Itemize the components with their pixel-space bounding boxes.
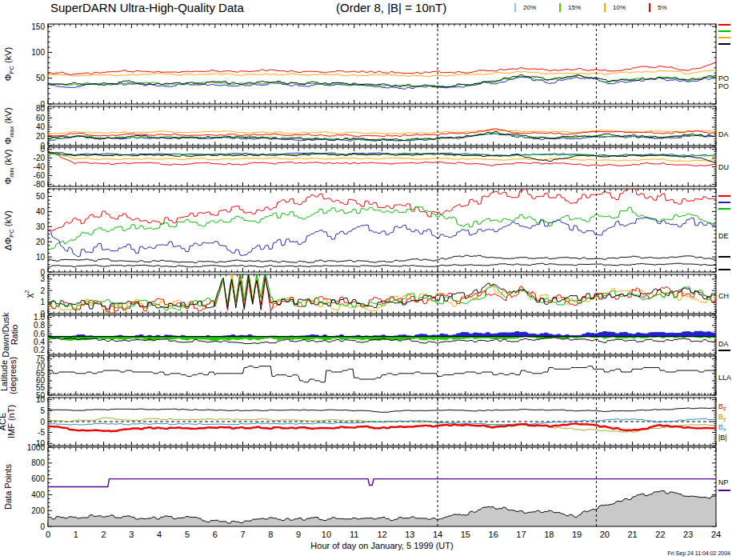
series-imf-btot — [48, 408, 716, 413]
y-tick-label: -40 — [34, 162, 46, 171]
series-err-5pct — [48, 187, 716, 231]
y-tick-label: 100 — [31, 48, 45, 57]
y-tick-label: 0.4 — [34, 338, 45, 346]
x-tick-label: 5 — [185, 530, 190, 539]
x-tick-label: 3 — [129, 530, 134, 539]
y-tick-label: 3 — [40, 274, 45, 283]
x-tick-label: 24 — [711, 530, 721, 539]
x-tick-label: 17 — [516, 530, 526, 539]
y-tick-label: 40 — [36, 207, 46, 216]
x-tick-label: 8 — [268, 530, 273, 539]
y-tick-label: 20 — [36, 238, 46, 246]
right-label-chi-squared: CH — [718, 292, 729, 300]
x-tick-label: 4 — [157, 530, 162, 539]
series-imf-by — [48, 418, 716, 432]
superdarn-screen: SuperDARN Ultra-High-Quality Data (Order… — [0, 0, 732, 560]
y-axis-title: Φmin​ (kV) — [3, 149, 15, 184]
y-axis-title: Ratio — [10, 325, 19, 346]
y-tick-label: 20 — [36, 132, 46, 141]
y-tick-label: 0 — [40, 418, 45, 426]
right-label-dawn-dusk-ratio: DA — [718, 340, 729, 348]
panel-ace-imf: -10-50510ACEIMF (nT) — [0, 395, 716, 448]
x-tick-label: 10 — [322, 530, 331, 539]
right-key-dash — [718, 350, 730, 351]
right-key-dash — [718, 195, 730, 197]
panel-dawn-dusk-ratio: 0.20.40.60.81.0Dawn/DuskRatio — [1, 312, 717, 358]
right-key-dash — [718, 269, 730, 270]
y-axis-title: (degrees) — [8, 357, 18, 394]
series-err-15pct — [48, 207, 716, 250]
series-dawn-fill — [48, 331, 716, 337]
panel-ticks — [48, 274, 716, 314]
y-axis-title: Data Points — [3, 464, 13, 510]
y-tick-label: 600 — [31, 474, 45, 483]
panel-ticks — [48, 147, 716, 186]
right-key-dash — [718, 202, 730, 203]
y-tick-label: 50 — [36, 74, 46, 82]
y-tick-label: 0.8 — [34, 321, 45, 330]
series-lat-step — [48, 366, 716, 382]
right-key-dash — [718, 256, 730, 258]
x-tick-label: 6 — [213, 530, 218, 539]
y-tick-label: 80 — [36, 104, 46, 113]
series-npts-max-step — [48, 479, 716, 487]
y-tick-label: 30 — [36, 222, 46, 231]
y-axis-title: Φmax​ (kV) — [3, 107, 15, 144]
x-tick-label: 1 — [74, 530, 78, 539]
y-tick-label: 1 — [40, 298, 45, 306]
right-label-data-points: NP — [718, 478, 729, 486]
y-axis-title: ΔΦPC​ (kV) — [3, 210, 15, 250]
y-tick-label: 60 — [36, 114, 46, 122]
series-err-upper — [48, 255, 716, 262]
right-label-delta-phi-pc: DE — [718, 232, 729, 240]
y-tick-label: 2 — [40, 286, 45, 295]
x-tick-label: 18 — [544, 530, 554, 539]
x-tick-label: 12 — [377, 530, 386, 539]
panel-chi-squared: 0123χ2​ — [23, 270, 716, 318]
x-tick-label: 20 — [600, 530, 610, 539]
y-axis-title: IMF (nT) — [6, 405, 16, 438]
y-tick-label: 40 — [36, 122, 46, 131]
y-tick-label: 75 — [36, 354, 46, 363]
x-tick-label: 22 — [655, 530, 665, 539]
series-pot-best — [48, 75, 716, 87]
y-tick-label: 1000 — [27, 443, 46, 452]
series-npts-area — [48, 490, 716, 526]
y-tick-label: 150 — [31, 22, 45, 31]
right-label-phi-max: DA — [718, 130, 729, 138]
panel-border — [48, 24, 716, 104]
y-tick-label: -20 — [34, 154, 46, 162]
x-tick-label: 11 — [350, 530, 358, 539]
panel-border — [48, 274, 716, 314]
right-key-dash — [718, 37, 730, 38]
y-tick-label: -60 — [34, 171, 46, 180]
plot-timestamp: Fri Sep 24 11:04:02 2004 — [668, 550, 730, 556]
x-tick-label: 16 — [489, 530, 498, 539]
panel-ticks — [48, 24, 716, 104]
y-axis-title: ΦPC​ (kV) — [3, 47, 15, 81]
right-label-pc-potential: POPO — [718, 74, 729, 90]
right-key-dash — [718, 30, 730, 32]
x-tick-label: 23 — [683, 530, 693, 539]
y-tick-label: -80 — [34, 180, 46, 189]
y-tick-label: -5 — [38, 428, 45, 437]
y-tick-label: 1.0 — [34, 313, 45, 322]
right-label-latitude: LLA — [718, 374, 731, 382]
panel-latitude: 505560657075Latitude(degrees) — [0, 354, 716, 399]
x-axis-label: Hour of day on January, 5 1999 (UT) — [48, 541, 716, 550]
y-tick-label: 800 — [31, 458, 45, 467]
x-tick-label: 19 — [572, 530, 582, 539]
multipanel-plot: 050100150ΦPC​ (kV)020406080Φmax​ (kV)0-2… — [0, 0, 732, 560]
y-tick-label: 0 — [40, 522, 45, 531]
y-tick-label: 5 — [40, 406, 45, 415]
x-tick-label: 7 — [240, 530, 245, 539]
right-key-dash — [718, 24, 730, 26]
y-axis-title: χ2​ — [23, 290, 34, 298]
right-label-ace-imf: BzByBx|B| — [718, 402, 727, 442]
y-tick-label: 50 — [36, 192, 46, 201]
x-tick-label: 13 — [405, 530, 414, 539]
right-label-phi-min: DU — [718, 163, 729, 171]
panel-phi-max: 020406080Φmax​ (kV) — [3, 104, 716, 150]
panel-delta-phi-pc: 01020304050ΔΦPC​ (kV) — [3, 187, 716, 277]
x-tick-label: 9 — [296, 530, 301, 539]
